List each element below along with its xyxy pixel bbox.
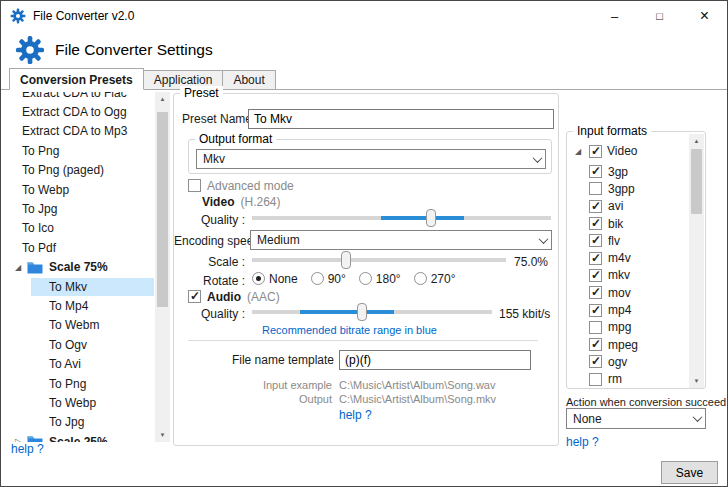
audio-quality-slider[interactable]	[252, 303, 492, 321]
input-formats-label: Input formats	[573, 124, 651, 138]
tree-folder-label: Scale 75%	[49, 260, 108, 274]
format-checkbox[interactable]	[589, 217, 602, 230]
radio-icon[interactable]	[252, 272, 265, 285]
sidebar-help-link[interactable]: help ?	[11, 442, 44, 456]
format-item-3gp[interactable]: 3gp	[567, 163, 690, 180]
advanced-mode-checkbox[interactable]	[188, 179, 201, 192]
slider-thumb[interactable]	[341, 251, 351, 269]
scrollbar-thumb[interactable]	[157, 112, 168, 307]
tab-about[interactable]: About	[222, 70, 275, 90]
format-checkbox[interactable]	[589, 338, 602, 351]
slider-thumb[interactable]	[426, 209, 436, 227]
scale-slider[interactable]	[252, 251, 506, 269]
format-checkbox[interactable]	[589, 200, 602, 213]
rotate-option-180[interactable]: 180°	[359, 272, 401, 286]
rotate-option-270[interactable]: 270°	[414, 272, 456, 286]
format-item-label: mpg	[608, 320, 631, 334]
scroll-down-icon[interactable]: ▼	[689, 374, 704, 388]
tree-item-to-webp[interactable]: To Webp	[9, 393, 154, 412]
rotate-option-none[interactable]: None	[252, 272, 298, 286]
minimize-button[interactable]: –	[592, 1, 637, 31]
audio-section-row[interactable]: Audio (AAC)	[188, 289, 280, 304]
format-checkbox[interactable]	[589, 355, 602, 368]
tree-item-to-png[interactable]: To Png	[9, 374, 154, 393]
scroll-down-icon[interactable]: ▼	[155, 428, 170, 442]
expander-expanded-icon[interactable]: ◢	[12, 263, 24, 272]
scroll-up-icon[interactable]: ▲	[689, 134, 704, 148]
save-button[interactable]: Save	[661, 461, 718, 484]
preset-name-input[interactable]	[248, 109, 554, 129]
format-checkbox[interactable]	[589, 165, 602, 178]
tree-item-extract-cda-to-ogg[interactable]: Extract CDA to Ogg	[9, 102, 154, 121]
tree-folder-scale-25[interactable]: ▷Scale 25%	[9, 432, 154, 442]
format-checkbox[interactable]	[589, 304, 602, 317]
tree-item-to-jpg[interactable]: To Jpg	[9, 413, 154, 432]
format-checkbox[interactable]	[589, 321, 602, 334]
preset-help-link[interactable]: help ?	[339, 408, 372, 422]
format-item-rm[interactable]: rm	[567, 371, 690, 387]
tree-folder-scale-75[interactable]: ◢Scale 75%	[9, 258, 154, 277]
radio-icon[interactable]	[414, 272, 427, 285]
radio-icon[interactable]	[311, 272, 324, 285]
output-format-select[interactable]: Mkv	[196, 149, 546, 169]
encoding-speed-select[interactable]: Medium	[250, 230, 552, 250]
output-format-groupbox: Output format Mkv	[188, 139, 552, 174]
scroll-up-icon[interactable]: ▲	[155, 92, 170, 106]
format-checkbox[interactable]	[589, 269, 602, 282]
file-name-template-input[interactable]	[339, 350, 531, 370]
format-checkbox[interactable]	[589, 286, 602, 299]
format-item-mpeg[interactable]: mpeg	[567, 336, 690, 353]
formats-scrollbar[interactable]: ▲ ▼	[689, 134, 704, 388]
action-help-link[interactable]: help ?	[566, 435, 599, 449]
format-checkbox[interactable]	[589, 234, 602, 247]
tree-item-to-webp[interactable]: To Webp	[9, 180, 154, 199]
expander-expanded-icon[interactable]: ◢	[572, 147, 584, 156]
action-select[interactable]: None	[566, 408, 706, 429]
format-checkbox[interactable]	[589, 182, 602, 195]
format-item-mkv[interactable]: mkv	[567, 267, 690, 284]
tree-item-to-pdf[interactable]: To Pdf	[9, 238, 154, 257]
tree-item-to-mp4[interactable]: To Mp4	[9, 296, 154, 315]
format-item-bik[interactable]: bik	[567, 215, 690, 232]
action-value: None	[573, 412, 602, 426]
format-root-video[interactable]: ◢ Video	[572, 144, 637, 158]
tree-item-to-webm[interactable]: To Webm	[9, 316, 154, 335]
format-checkbox[interactable]	[589, 252, 602, 265]
video-section-row: Video (H.264)	[202, 194, 280, 209]
tab-conversion-presets[interactable]: Conversion Presets	[9, 68, 144, 90]
scrollbar-thumb[interactable]	[691, 149, 702, 214]
tree-item-to-png-paged[interactable]: To Png (paged)	[9, 161, 154, 180]
tree-item-to-jpg[interactable]: To Jpg	[9, 199, 154, 218]
format-item-mp4[interactable]: mp4	[567, 301, 690, 318]
sidebar-scrollbar[interactable]: ▲ ▼	[155, 92, 170, 442]
preset-name-label: Preset Name	[182, 112, 252, 126]
tree-item-to-ico[interactable]: To Ico	[9, 219, 154, 238]
format-item-3gpp[interactable]: 3gpp	[567, 180, 690, 197]
video-quality-slider[interactable]	[252, 209, 551, 227]
app-window: File Converter v2.0 – □ × File Converter…	[0, 0, 728, 487]
tree-item-to-ogv[interactable]: To Ogv	[9, 335, 154, 354]
format-item-label: flv	[608, 234, 620, 248]
format-item-ogv[interactable]: ogv	[567, 353, 690, 370]
tree-item-extract-cda-to-flac[interactable]: Extract CDA to Flac	[9, 92, 154, 102]
format-item-mov[interactable]: mov	[567, 284, 690, 301]
slider-track[interactable]	[252, 258, 506, 262]
radio-icon[interactable]	[359, 272, 372, 285]
advanced-mode-row[interactable]: Advanced mode	[188, 178, 294, 193]
maximize-button[interactable]: □	[637, 1, 682, 31]
close-button[interactable]: ×	[682, 1, 727, 31]
format-item-avi[interactable]: avi	[567, 198, 690, 215]
tree-item-extract-cda-to-mp3[interactable]: Extract CDA to Mp3	[9, 122, 154, 141]
tree-item-to-png[interactable]: To Png	[9, 141, 154, 160]
rotate-option-label: 180°	[376, 272, 401, 286]
format-item-flv[interactable]: flv	[567, 232, 690, 249]
slider-thumb[interactable]	[357, 303, 367, 321]
audio-checkbox[interactable]	[188, 290, 201, 303]
video-formats-checkbox[interactable]	[589, 145, 602, 158]
rotate-option-90[interactable]: 90°	[311, 272, 346, 286]
tree-item-to-avi[interactable]: To Avi	[9, 354, 154, 373]
tree-item-to-mkv[interactable]: To Mkv	[9, 277, 154, 296]
format-item-m4v[interactable]: m4v	[567, 249, 690, 266]
format-checkbox[interactable]	[589, 373, 602, 386]
format-item-mpg[interactable]: mpg	[567, 319, 690, 336]
